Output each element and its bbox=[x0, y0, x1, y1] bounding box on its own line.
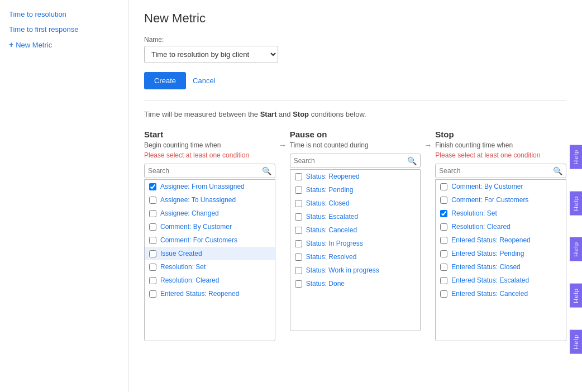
stop-subtitle: Finish counting time when bbox=[435, 141, 566, 149]
list-item[interactable]: Entered Status: Closed bbox=[436, 260, 566, 274]
list-item[interactable]: Status: Work in progress bbox=[290, 264, 421, 277]
sidebar-item-time-to-first-response[interactable]: Time to first response bbox=[0, 22, 128, 37]
list-item-checkbox[interactable] bbox=[440, 183, 447, 190]
list-item-checkbox[interactable] bbox=[295, 213, 302, 221]
sidebar-new-metric[interactable]: + New Metric bbox=[0, 37, 128, 52]
list-item-checkbox[interactable] bbox=[295, 254, 302, 261]
list-item[interactable]: Status: Pending bbox=[290, 183, 421, 197]
list-item-checkbox[interactable] bbox=[440, 277, 447, 284]
list-item-checkbox[interactable] bbox=[149, 264, 156, 271]
list-item[interactable]: Status: In Progress bbox=[290, 237, 421, 250]
stop-search-icon: 🔍 bbox=[553, 166, 562, 175]
stop-search-box: 🔍 bbox=[435, 164, 566, 178]
list-item[interactable]: Resolution: Cleared bbox=[436, 220, 566, 233]
list-item-checkbox[interactable] bbox=[295, 240, 302, 247]
stop-title: Stop bbox=[435, 130, 566, 139]
name-section: Name: Time to resolution by big client T… bbox=[144, 36, 566, 63]
help-buttons-container: Help Help Help Help Help bbox=[570, 145, 582, 353]
start-column: Start Begin counting time when Please se… bbox=[144, 130, 275, 341]
start-warning: Please select at least one condition bbox=[144, 151, 275, 159]
list-item-checkbox[interactable] bbox=[295, 187, 302, 194]
start-search-input[interactable] bbox=[148, 167, 262, 175]
list-item-checkbox[interactable] bbox=[295, 227, 302, 234]
list-item[interactable]: Resolution: Cleared bbox=[145, 274, 275, 287]
help-button-4[interactable]: Help bbox=[570, 284, 582, 308]
start-search-icon: 🔍 bbox=[262, 166, 271, 175]
stop-column: Stop Finish counting time when Please se… bbox=[435, 130, 566, 341]
list-item-checkbox[interactable] bbox=[295, 280, 302, 288]
list-item[interactable]: Entered Status: Canceled bbox=[436, 287, 566, 300]
pause-search-input[interactable] bbox=[294, 157, 408, 165]
list-item[interactable]: Comment: For Customers bbox=[145, 233, 275, 247]
list-item[interactable]: Resolution: Set bbox=[436, 207, 566, 220]
list-item[interactable]: Entered Status: Reopened bbox=[436, 233, 566, 247]
create-button[interactable]: Create bbox=[144, 72, 186, 89]
list-item[interactable]: Assignee: Changed bbox=[145, 207, 275, 220]
pause-subtitle: Time is not counted during bbox=[290, 141, 421, 149]
start-title: Start bbox=[144, 130, 275, 139]
list-item-checkbox[interactable] bbox=[440, 210, 447, 217]
list-item-checkbox[interactable] bbox=[149, 223, 156, 231]
start-list-box: Assignee: From UnassignedAssignee: To Un… bbox=[144, 179, 275, 341]
list-item-label: Entered Status: Canceled bbox=[451, 290, 528, 298]
page-title: New Metric bbox=[144, 11, 566, 26]
list-item[interactable]: Entered Status: Escalated bbox=[436, 274, 566, 287]
sidebar: Time to resolution Time to first respons… bbox=[0, 0, 128, 392]
list-item[interactable]: Status: Reopened bbox=[290, 170, 421, 183]
list-item-checkbox[interactable] bbox=[440, 237, 447, 244]
list-item-checkbox[interactable] bbox=[149, 250, 156, 257]
help-button-3[interactable]: Help bbox=[570, 237, 582, 261]
list-item[interactable]: Assignee: From Unassigned bbox=[145, 180, 275, 193]
list-item-checkbox[interactable] bbox=[149, 277, 156, 284]
list-item-label: Entered Status: Closed bbox=[451, 263, 520, 271]
list-item-label: Assignee: Changed bbox=[160, 209, 219, 217]
list-item-checkbox[interactable] bbox=[295, 173, 302, 180]
list-item-checkbox[interactable] bbox=[440, 197, 447, 204]
list-item-checkbox[interactable] bbox=[149, 290, 156, 298]
stop-search-input[interactable] bbox=[439, 167, 553, 175]
plus-icon: + bbox=[9, 40, 13, 49]
list-item[interactable]: Status: Escalated bbox=[290, 210, 421, 223]
action-row: Create Cancel bbox=[144, 72, 566, 89]
list-item[interactable]: Comment: By Customer bbox=[145, 220, 275, 233]
cancel-button[interactable]: Cancel bbox=[193, 77, 215, 85]
pause-list-box: Status: ReopenedStatus: PendingStatus: C… bbox=[290, 169, 421, 331]
help-button-2[interactable]: Help bbox=[570, 192, 582, 216]
list-item-checkbox[interactable] bbox=[295, 200, 302, 207]
list-item[interactable]: Assignee: To Unassigned bbox=[145, 193, 275, 207]
list-item-checkbox[interactable] bbox=[440, 290, 447, 298]
list-item-checkbox[interactable] bbox=[149, 197, 156, 204]
name-dropdown[interactable]: Time to resolution by big client Time to… bbox=[144, 46, 278, 63]
list-item-label: Resolution: Cleared bbox=[451, 223, 510, 231]
list-item[interactable]: Status: Closed bbox=[290, 197, 421, 210]
arrow-pause-stop: → bbox=[421, 130, 435, 150]
pause-column: Pause on Time is not counted during 🔍 St… bbox=[290, 130, 421, 331]
help-button-5[interactable]: Help bbox=[570, 330, 582, 354]
new-metric-label: New Metric bbox=[16, 41, 52, 49]
list-item-checkbox[interactable] bbox=[149, 237, 156, 244]
list-item-checkbox[interactable] bbox=[295, 267, 302, 274]
list-item-label: Status: Pending bbox=[306, 186, 354, 194]
list-item-checkbox[interactable] bbox=[440, 264, 447, 271]
pause-search-icon: 🔍 bbox=[407, 156, 417, 165]
help-button-1[interactable]: Help bbox=[570, 145, 582, 169]
list-item[interactable]: Entered Status: Reopened bbox=[145, 287, 275, 300]
list-item[interactable]: Resolution: Set bbox=[145, 260, 275, 274]
list-item-checkbox[interactable] bbox=[440, 223, 447, 231]
list-item[interactable]: Status: Canceled bbox=[290, 223, 421, 237]
list-item[interactable]: Comment: For Customers bbox=[436, 193, 566, 207]
list-item[interactable]: Status: Done bbox=[290, 277, 421, 290]
list-item-checkbox[interactable] bbox=[149, 210, 156, 217]
start-search-box: 🔍 bbox=[144, 164, 275, 178]
list-item-checkbox[interactable] bbox=[149, 183, 156, 190]
main-content: New Metric Name: Time to resolution by b… bbox=[128, 0, 582, 392]
list-item[interactable]: Issue Created bbox=[145, 247, 275, 260]
list-item[interactable]: Status: Resolved bbox=[290, 250, 421, 264]
list-item-label: Comment: By Customer bbox=[451, 183, 523, 190]
list-item[interactable]: Entered Status: Pending bbox=[436, 247, 566, 260]
sidebar-item-time-to-resolution[interactable]: Time to resolution bbox=[0, 7, 128, 22]
list-item-label: Comment: For Customers bbox=[451, 196, 528, 204]
time-info: Time will be measured between the Start … bbox=[144, 110, 566, 118]
list-item[interactable]: Comment: By Customer bbox=[436, 180, 566, 193]
list-item-checkbox[interactable] bbox=[440, 250, 447, 257]
